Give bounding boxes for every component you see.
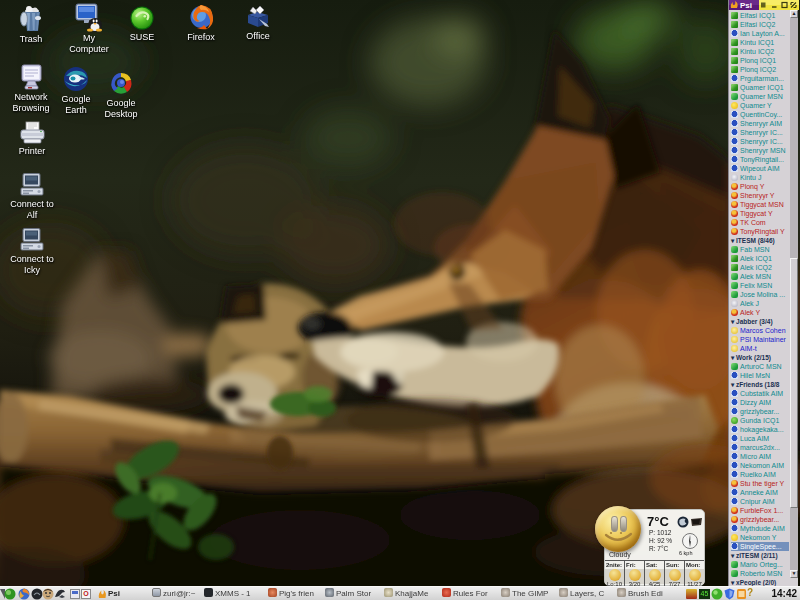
svg-text:Psi: Psi xyxy=(740,1,752,10)
